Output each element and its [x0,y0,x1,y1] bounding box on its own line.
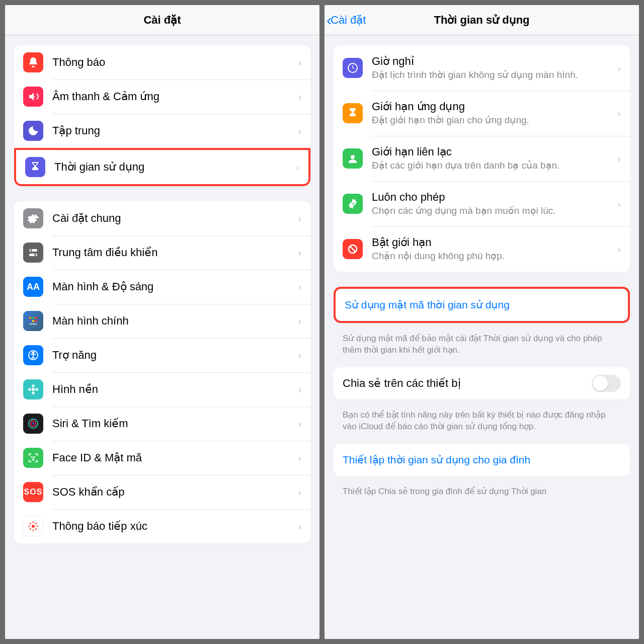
bell-icon [23,52,43,72]
svg-rect-7 [29,320,31,322]
contact-icon [343,148,363,169]
settings-row-screentime[interactable]: Thời gian sử dụng › [14,148,310,186]
family-group: Thiết lập thời gian sử dụng cho gia đình [334,444,630,476]
sos-icon: SOS [23,482,43,502]
chevron-right-icon: › [298,213,301,224]
settings-row-siri[interactable]: Siri & Tìm kiếm › [14,407,310,441]
share-label: Chia sẻ trên các thiết bị [343,377,592,390]
chevron-right-icon: › [617,62,621,74]
header: Cài đặt [5,5,319,35]
option-title: Bật giới hạn [372,236,612,249]
row-label: SOS khẩn cấp [52,486,293,499]
svg-point-16 [28,388,31,391]
chevron-right-icon: › [298,418,301,430]
settings-screen: Cài đặt Thông báo › Âm thanh & Cảm ứng ›… [5,5,319,639]
svg-rect-6 [35,317,37,319]
svg-rect-9 [35,320,37,322]
restrict-icon [343,239,363,259]
row-label: Face ID & Mật mã [52,451,293,464]
check-badge-icon [343,194,363,214]
row-downtime[interactable]: Giờ nghỉ Đặt lịch trình thời gian không … [334,45,630,91]
chevron-right-icon: › [298,315,301,327]
row-label: Trung tâm điều khiển [52,246,293,259]
share-footer: Bạn có thể bật tính năng này trên bất kỳ… [334,406,630,444]
row-label: Cài đặt chung [52,212,293,225]
switches-icon [23,243,43,263]
settings-row-sos[interactable]: SOS SOS khẩn cấp › [14,475,310,509]
link-label: Thiết lập thời gian sử dụng cho gia đình [343,454,530,466]
chevron-right-icon: › [298,452,301,464]
settings-row-control-center[interactable]: Trung tâm điều khiển › [14,235,310,270]
back-button[interactable]: ‹ Cài đặt [327,13,366,28]
option-subtitle: Chọn các ứng dụng mà bạn muốn mọi lúc. [372,205,612,217]
family-setup-link[interactable]: Thiết lập thời gian sử dụng cho gia đình [334,444,630,476]
moon-icon [23,121,43,141]
chevron-right-icon: › [617,198,621,210]
link-label: Sử dụng mật mã thời gian sử dụng [345,299,510,311]
option-subtitle: Đặt lịch trình thời gian không sử dụng m… [372,69,612,82]
flower-icon [23,379,43,399]
chevron-right-icon: › [298,384,301,395]
option-title: Luôn cho phép [372,191,612,204]
chevron-right-icon: › [617,153,621,165]
settings-row-sounds[interactable]: Âm thanh & Cảm ứng › [14,79,310,114]
option-subtitle: Chặn nội dung không phù hợp. [372,250,612,263]
screentime-screen: ‹ Cài đặt Thời gian sử dụng Giờ nghỉ Đặt… [325,5,639,639]
svg-rect-10 [29,323,37,325]
settings-row-wallpaper[interactable]: Hình nền › [14,372,310,407]
option-subtitle: Đặt các giới hạn dựa trên danh bạ của bạ… [372,159,612,172]
svg-point-30 [30,528,31,530]
accessibility-icon [23,345,43,365]
svg-point-21 [32,457,32,457]
row-label: Màn hình & Độ sáng [52,280,293,293]
gear-icon [23,208,43,228]
settings-row-exposure[interactable]: Thông báo tiếp xúc › [14,509,310,543]
chevron-right-icon: › [298,350,301,361]
row-label: Siri & Tìm kiếm [52,417,293,430]
row-label: Màn hình chính [52,314,293,328]
settings-group-2: Cài đặt chung › Trung tâm điều khiển › A… [14,201,310,543]
use-passcode-link[interactable]: Sử dụng mật mã thời gian sử dụng [336,289,628,321]
row-label: Âm thanh & Cảm ứng [52,90,293,103]
chevron-right-icon: › [298,57,301,68]
screentime-options-group: Giờ nghỉ Đặt lịch trình thời gian không … [334,45,630,272]
row-label: Thông báo [52,56,293,69]
share-toggle[interactable] [592,375,621,392]
svg-point-24 [33,522,34,523]
faceid-icon [23,448,43,468]
hourglass-icon [343,103,363,123]
settings-row-focus[interactable]: Tập trung › [14,114,310,148]
svg-point-28 [30,523,31,524]
row-label: Hình nền [52,383,293,396]
screentime-content: Giờ nghỉ Đặt lịch trình thời gian không … [325,35,639,639]
svg-point-13 [32,388,35,391]
back-label: Cài đặt [331,14,366,27]
svg-rect-4 [29,317,31,319]
row-app-limits[interactable]: Giới hạn ứng dụng Đặt giới hạn thời gian… [334,91,630,136]
settings-row-accessibility[interactable]: Trợ năng › [14,338,310,372]
passcode-group: Sử dụng mật mã thời gian sử dụng [334,287,630,323]
chevron-right-icon: › [298,281,301,293]
settings-row-display[interactable]: AA Màn hình & Độ sáng › [14,270,310,304]
option-subtitle: Đặt giới hạn thời gian cho ứng dụng. [372,114,612,127]
settings-row-general[interactable]: Cài đặt chung › [14,201,310,235]
chevron-right-icon: › [298,91,301,103]
row-label: Tập trung [52,124,293,137]
settings-row-home-screen[interactable]: Màn hình chính › [14,304,310,338]
chevron-right-icon: › [298,521,301,532]
share-across-devices-row[interactable]: Chia sẻ trên các thiết bị [334,367,630,399]
chevron-right-icon: › [298,125,301,137]
settings-row-notifications[interactable]: Thông báo › [14,45,310,79]
svg-point-20 [32,423,34,425]
option-title: Giờ nghỉ [372,55,612,68]
settings-content: Thông báo › Âm thanh & Cảm ứng › Tập tru… [5,35,319,639]
chevron-right-icon: › [617,244,621,255]
row-always-allowed[interactable]: Luôn cho phép Chọn các ứng dụng mà bạn m… [334,181,630,226]
row-comm-limits[interactable]: Giới hạn liên lạc Đặt các giới hạn dựa t… [334,136,630,181]
chevron-right-icon: › [298,247,301,259]
text-size-icon: AA [23,277,43,297]
svg-point-26 [29,526,30,527]
settings-row-faceid[interactable]: Face ID & Mật mã › [14,441,310,475]
row-restrictions[interactable]: Bật giới hạn Chặn nội dung không phù hợp… [334,226,630,272]
svg-point-29 [35,523,37,524]
